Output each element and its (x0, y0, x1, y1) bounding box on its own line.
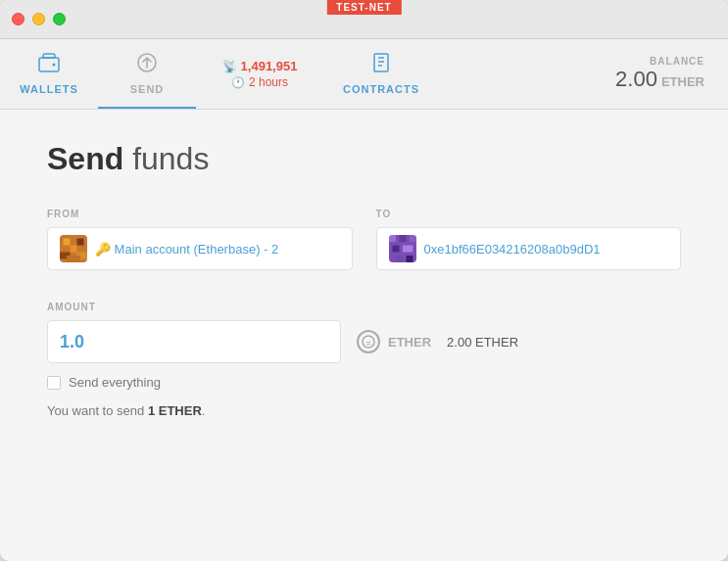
minimize-button[interactable] (32, 13, 45, 25)
nav-bar: WALLETS SEND 📡 1,491,951 🕐 2 hours (0, 39, 728, 110)
form-row: FROM 🔑 Main account (Etherb (47, 209, 681, 270)
nav-wallets[interactable]: WALLETS (0, 39, 98, 109)
currency-label: ETHER (388, 335, 431, 350)
svg-rect-7 (71, 246, 77, 253)
send-label: SEND (130, 83, 165, 95)
to-input[interactable]: 0xe1bf66E034216208a0b9dD1 (376, 227, 682, 270)
sync-row: 📡 1,491,951 (222, 59, 298, 73)
summary-suffix: . (202, 403, 206, 418)
from-label: FROM (47, 209, 353, 219)
svg-rect-12 (389, 235, 396, 242)
max-balance: 2.00 ETHER (447, 335, 518, 350)
from-avatar (60, 235, 87, 262)
svg-rect-15 (392, 246, 399, 253)
traffic-lights (12, 13, 66, 25)
svg-rect-13 (399, 235, 406, 242)
page-title-bold: Send (47, 141, 123, 176)
svg-rect-5 (64, 239, 71, 246)
time-row: 🕐 2 hours (231, 75, 288, 89)
testnet-badge: TEST-NET (326, 0, 401, 15)
to-address-text: 0xe1bf66E034216208a0b9dD1 (424, 242, 601, 257)
close-button[interactable] (12, 13, 24, 25)
maximize-button[interactable] (53, 13, 66, 25)
ether-icon: = (357, 330, 380, 353)
to-avatar (389, 235, 416, 262)
nav-contracts[interactable]: CONTRACTS (323, 39, 439, 109)
nav-send[interactable]: SEND (98, 39, 196, 109)
title-bar: TEST-NET (0, 0, 728, 39)
summary-text: You want to send 1 ETHER. (47, 403, 681, 418)
balance-value: 2.00ETHER (615, 67, 704, 92)
amount-row: = ETHER 2.00 ETHER (47, 320, 681, 363)
from-group: FROM 🔑 Main account (Etherb (47, 209, 353, 270)
amount-label: AMOUNT (47, 302, 681, 312)
svg-rect-16 (403, 246, 413, 253)
send-everything-row: Send everything (47, 375, 681, 390)
sync-time: 2 hours (249, 75, 288, 89)
nav-sync: 📡 1,491,951 🕐 2 hours (196, 39, 323, 109)
page-title-rest: funds (123, 141, 209, 176)
balance-section: BALANCE 2.00ETHER (592, 39, 728, 109)
wallet-icon (37, 51, 61, 79)
svg-rect-17 (396, 256, 403, 262)
app-window: TEST-NET WALLETS SEND (0, 0, 728, 561)
from-account-text: 🔑 Main account (Etherbase) - 2 (95, 242, 278, 257)
to-group: TO 0xe1bf66E0 (376, 209, 682, 270)
svg-rect-18 (406, 256, 413, 262)
send-everything-label: Send everything (69, 375, 161, 390)
summary-prefix: You want to send (47, 403, 148, 418)
balance-amount: 2.00 (615, 67, 657, 91)
to-label: TO (376, 209, 682, 219)
svg-rect-14 (410, 235, 416, 242)
amount-input-wrap (47, 320, 341, 363)
from-input[interactable]: 🔑 Main account (Etherbase) - 2 (47, 227, 353, 270)
send-everything-checkbox[interactable] (47, 376, 61, 390)
page-title: Send funds (47, 141, 681, 177)
contracts-icon (369, 51, 393, 79)
amount-input[interactable] (47, 320, 341, 363)
summary-bold: 1 ETHER (148, 403, 202, 418)
amount-section: AMOUNT = ETHER 2.00 ETHER (47, 302, 681, 418)
svg-rect-10 (67, 256, 80, 262)
wallets-label: WALLETS (20, 83, 78, 95)
svg-point-1 (53, 64, 56, 67)
antenna-icon: 📡 (222, 60, 237, 73)
contracts-label: CONTRACTS (343, 83, 419, 95)
svg-rect-6 (77, 239, 84, 246)
send-icon (135, 51, 159, 79)
main-content: Send funds FROM (0, 110, 728, 561)
clock-icon: 🕐 (231, 76, 245, 89)
block-count: 1,491,951 (241, 59, 298, 73)
currency-selector[interactable]: = ETHER (357, 330, 431, 353)
balance-label: BALANCE (650, 56, 704, 67)
svg-rect-3 (374, 54, 388, 71)
svg-text:=: = (366, 339, 371, 348)
svg-rect-0 (39, 58, 59, 71)
balance-currency: ETHER (661, 74, 704, 89)
